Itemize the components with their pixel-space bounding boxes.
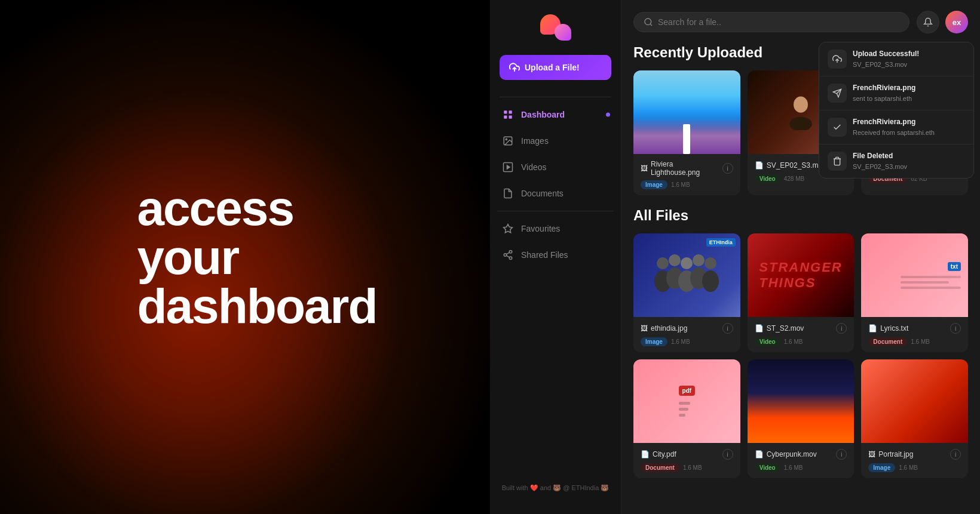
notif-received-text: FrenchRiviera.png Received from saptarsh… [853,118,965,137]
file-thumb-cyberpunk [748,359,855,443]
sidebar-item-videos[interactable]: Videos [495,155,616,180]
city-name: City.pdf [653,450,676,458]
file-icon-ethindia: 🖼 [641,324,648,333]
svg-point-10 [509,251,512,254]
svg-point-21 [789,117,812,130]
logo [490,14,621,41]
lyrics-name: Lyrics.txt [880,324,908,333]
file-card-cyberpunk[interactable]: 📄 Cyberpunk.mov i Video 1.6 MB [748,359,855,478]
sidebar-item-favourites[interactable]: Favourites [495,216,616,241]
file-info-btn-city[interactable]: i [722,449,733,460]
notif-item-received[interactable]: FrenchRiviera.png Received from saptarsh… [819,110,973,144]
file-card-st[interactable]: STRANGERTHINGS 📄 ST_S2.mov i Video [748,233,855,352]
sidebar-footer: Built with ❤️ and 🐻 @ ETHIndia 🐻 [490,474,621,502]
file-card-lyrics[interactable]: txt 📄 Lyrics.txt [861,233,968,352]
file-icon-video: 📄 [755,161,764,170]
notif-deleted-icon [828,152,847,171]
notification-button[interactable] [917,11,939,33]
file-info-btn-st[interactable]: i [836,323,847,334]
notif-sent-icon [828,84,847,103]
file-size-sv: 428 MB [784,176,804,182]
documents-label: Documents [521,189,564,198]
sidebar-item-shared[interactable]: Shared Files [495,242,616,267]
notif-upload-title: Upload Successful! [853,50,965,59]
sidebar-divider-mid [497,211,614,211]
file-name-row-cyberpunk: 📄 Cyberpunk.mov i [755,449,847,460]
file-thumb-st: STRANGERTHINGS [748,233,855,317]
file-icon-lyrics: 📄 [868,324,877,333]
file-info-st: 📄 ST_S2.mov i Video 1.6 MB [748,317,855,352]
search-icon [644,17,653,27]
notif-upload-sub: SV_EP02_S3.mov [853,60,965,69]
video-person-icon [786,94,816,130]
header: ex Upload Successful! SV_EP02_S3 [621,0,980,44]
svg-point-26 [681,257,693,269]
search-input[interactable] [658,17,899,27]
file-size-cyberpunk: 1.6 MB [784,464,803,471]
file-info-btn-lyrics[interactable]: i [950,323,961,334]
file-icon-img: 🖼 [641,164,648,173]
file-info-lighthouse: 🖼 Riviera Lighthouse.png i Image 1.6 MB [633,154,740,195]
hero-text: access your dashboard [113,184,376,331]
notif-item-upload[interactable]: Upload Successful! SV_EP02_S3.mov [819,42,973,76]
file-name-portrait: 🖼 Portrait.jpg [868,450,913,458]
svg-point-12 [509,257,512,260]
tag-image-ethindia: Image [641,337,667,346]
file-name-lighthouse: 🖼 Riviera Lighthouse.png [641,160,722,177]
file-card-portrait[interactable]: 🖼 Portrait.jpg i Image 1.6 MB [861,359,968,478]
upload-label: Upload a File! [525,63,580,72]
notif-deleted-title: File Deleted [853,152,965,161]
svg-point-30 [705,257,716,269]
file-card-city[interactable]: pdf 📄 Ci [633,359,740,478]
file-info-cyberpunk: 📄 Cyberpunk.mov i Video 1.6 MB [748,443,855,478]
svg-point-15 [645,19,651,25]
notif-item-deleted[interactable]: File Deleted SV_EP02_S3.mov [819,144,973,178]
all-files-section: All Files [621,207,980,490]
hero-section: access your dashboard [0,0,490,514]
svg-marker-8 [507,165,510,169]
file-info-btn-lighthouse[interactable]: i [722,163,733,174]
logo-icon [540,14,571,41]
file-info-ethindia: 🖼 ethindia.jpg i Image 1.6 MB [633,317,740,352]
sidebar-item-images[interactable]: Images [495,128,616,153]
file-name-row-st: 📄 ST_S2.mov i [755,323,847,334]
file-thumb-ethindia: ETHIndia [633,233,740,317]
file-card-lighthouse[interactable]: 🖼 Riviera Lighthouse.png i Image 1.6 MB [633,70,740,195]
favourites-icon [502,223,514,235]
dashboard-icon [502,109,514,121]
file-thumb-lighthouse [633,70,740,154]
file-card-ethindia[interactable]: ETHIndia 🖼 ethindia.jpg i Image 1. [633,233,740,352]
avatar-text: ex [953,18,961,27]
notif-sent-title: FrenchRiviera.png [853,84,965,93]
file-thumb-portrait [861,359,968,443]
file-info-btn-portrait[interactable]: i [950,449,961,460]
search-bar[interactable] [633,12,909,32]
file-size-city: 1.6 MB [683,464,702,471]
file-info-btn-cyberpunk[interactable]: i [836,449,847,460]
file-thumb-city: pdf [633,359,740,443]
notif-deleted-sub: SV_EP02_S3.mov [853,162,965,171]
tag-doc-city: Document [641,463,679,472]
file-info-portrait: 🖼 Portrait.jpg i Image 1.6 MB [861,443,968,478]
svg-point-20 [794,96,808,112]
flower-field [633,118,740,154]
file-name-city: 📄 City.pdf [641,450,676,458]
file-size-st: 1.6 MB [784,338,803,345]
file-tags-ethindia: Image 1.6 MB [641,337,733,346]
sidebar-item-documents[interactable]: Documents [495,181,616,206]
sidebar-item-dashboard[interactable]: Dashboard [495,102,616,127]
upload-button[interactable]: Upload a File! [500,55,611,80]
notif-item-sent[interactable]: FrenchRiviera.png sent to saptarshi.eth [819,76,973,110]
svg-point-31 [702,270,719,292]
lighthouse-name: Riviera Lighthouse.png [651,160,722,177]
documents-icon [502,187,514,199]
file-info-btn-ethindia[interactable]: i [722,323,733,334]
favourites-label: Favourites [521,224,560,233]
svg-rect-4 [509,116,512,119]
user-avatar[interactable]: ex [945,11,968,33]
hero-line2: your [137,233,376,282]
file-name-row-portrait: 🖼 Portrait.jpg i [868,449,961,460]
file-name-ethindia: 🖼 ethindia.jpg [641,324,687,333]
svg-rect-3 [504,116,507,119]
images-label: Images [521,136,549,146]
